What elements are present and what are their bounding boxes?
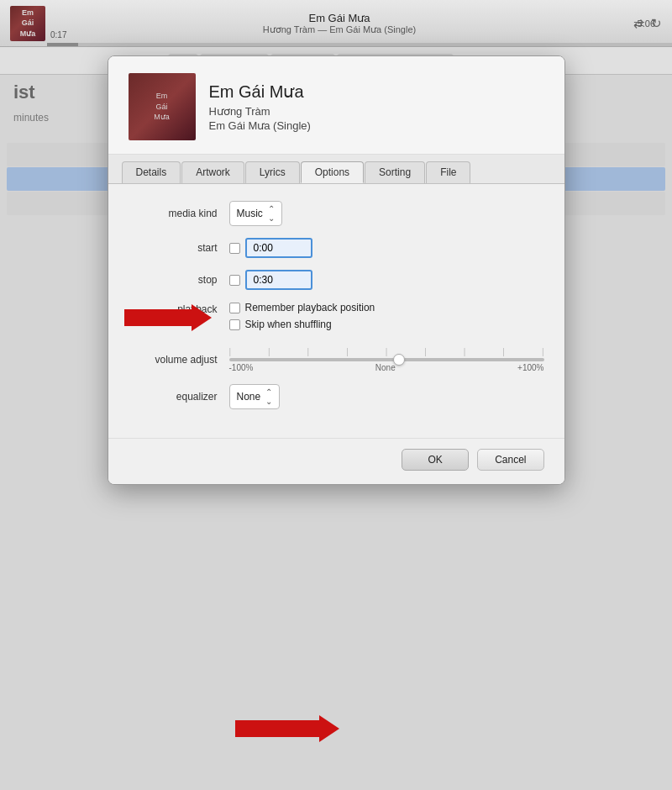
red-arrow-ok: [235, 715, 339, 742]
volume-control: | | | | | | | | |: [229, 347, 544, 372]
volume-slider-track[interactable]: [229, 358, 544, 361]
volume-min-label: -100%: [229, 363, 254, 372]
red-arrow-start: [124, 304, 212, 331]
equalizer-value: None: [237, 391, 261, 403]
equalizer-control: None ⌃⌄: [229, 384, 544, 409]
remember-playback-checkbox[interactable]: [229, 303, 240, 313]
remember-playback-row: Remember playback position: [229, 302, 544, 313]
start-time-input[interactable]: 0:00: [245, 238, 312, 258]
player-title: Em Gái Mưa: [45, 12, 633, 24]
player-time-remaining: -5:06: [634, 18, 655, 29]
player-track-info: Em Gái Mưa Hương Tràm — Em Gái Mưa (Sing…: [45, 12, 633, 35]
volume-max-label: +100%: [517, 363, 543, 372]
stop-input-row: 0:30: [229, 270, 544, 290]
equalizer-row: equalizer None ⌃⌄: [129, 384, 544, 409]
arrow-shaft-2: [235, 720, 319, 737]
start-checkbox[interactable]: [229, 243, 240, 254]
stop-control: 0:30: [229, 270, 544, 290]
volume-label: volume adjust: [129, 354, 229, 366]
dialog-track-artist: Hương Tràm: [209, 105, 544, 118]
start-input-row: 0:00: [229, 238, 544, 258]
start-control: 0:00: [229, 238, 544, 258]
dialog-tabs: Details Artwork Lyrics Options Sorting F…: [108, 155, 564, 184]
volume-none-label: None: [375, 363, 396, 372]
media-kind-value: Music: [237, 208, 263, 219]
stop-time-input[interactable]: 0:30: [245, 270, 312, 290]
dialog-footer: OK Cancel: [108, 438, 564, 484]
skip-shuffling-label: Skip when shuffling: [245, 319, 332, 330]
ok-button[interactable]: OK: [402, 449, 469, 471]
volume-slider-wrapper: | | | | | | | | |: [229, 347, 544, 372]
volume-row: volume adjust | | | | | |: [129, 347, 544, 372]
player-elapsed: 0:17: [50, 30, 66, 40]
volume-tick-marks: | | | | | | | | |: [229, 347, 544, 356]
volume-labels: -100% None +100%: [229, 363, 544, 372]
arrow-shaft-1: [124, 309, 192, 326]
media-kind-control: Music ⌃ ⌄: [229, 201, 544, 226]
tab-details[interactable]: Details: [122, 161, 181, 183]
cancel-button[interactable]: Cancel: [477, 449, 543, 471]
progress-bar-fill: [47, 43, 78, 46]
dialog-header: EmGáiMưa Em Gái Mưa Hương Tràm Em Gái Mư…: [108, 56, 564, 155]
player-bar: EmGáiMưa 0:17 Em Gái Mưa Hương Tràm — Em…: [0, 0, 672, 47]
tab-options[interactable]: Options: [301, 161, 364, 183]
skip-shuffling-row: Skip when shuffling: [229, 319, 544, 330]
tab-lyrics[interactable]: Lyrics: [245, 161, 300, 183]
volume-slider-thumb[interactable]: [393, 354, 405, 366]
dialog-track-album: Em Gái Mưa (Single): [209, 119, 544, 132]
album-art-text: EmGáiMưa: [150, 87, 173, 126]
tab-sorting[interactable]: Sorting: [365, 161, 425, 183]
equalizer-arrow: ⌃⌄: [265, 387, 272, 406]
start-row: start 0:00: [129, 238, 544, 258]
player-album-art: EmGáiMưa: [10, 6, 45, 41]
equalizer-label: equalizer: [129, 391, 229, 403]
media-kind-select[interactable]: Music ⌃ ⌄: [229, 201, 282, 226]
volume-slider-container: | | | | | | | | |: [229, 347, 544, 372]
dialog-overlay: EmGáiMưa Em Gái Mưa Hương Tràm Em Gái Mư…: [0, 47, 672, 790]
media-kind-label: media kind: [129, 208, 229, 219]
progress-bar[interactable]: [47, 43, 672, 46]
stop-label: stop: [129, 274, 229, 286]
dialog-track-info: Em Gái Mưa Hương Tràm Em Gái Mưa (Single…: [209, 82, 544, 132]
dialog-track-title: Em Gái Mưa: [209, 82, 544, 102]
skip-shuffling-checkbox[interactable]: [229, 319, 240, 330]
player-subtitle: Hương Tràm — Em Gái Mưa (Single): [45, 24, 633, 35]
equalizer-select[interactable]: None ⌃⌄: [229, 384, 281, 409]
song-info-dialog: EmGáiMưa Em Gái Mưa Hương Tràm Em Gái Mư…: [108, 55, 565, 485]
arrow-head-2: [319, 715, 339, 742]
stop-row: stop 0:30: [129, 270, 544, 290]
stop-checkbox[interactable]: [229, 275, 240, 286]
media-kind-row: media kind Music ⌃ ⌄: [129, 201, 544, 226]
tab-file[interactable]: File: [426, 161, 470, 183]
media-kind-arrow: ⌃ ⌄: [268, 204, 275, 223]
dialog-album-art: EmGáiMưa: [129, 73, 196, 140]
tab-artwork[interactable]: Artwork: [181, 161, 244, 183]
remember-playback-label: Remember playback position: [245, 302, 375, 313]
arrow-head-1: [192, 304, 212, 331]
playback-control: Remember playback position Skip when shu…: [229, 302, 544, 335]
start-label: start: [129, 242, 229, 254]
